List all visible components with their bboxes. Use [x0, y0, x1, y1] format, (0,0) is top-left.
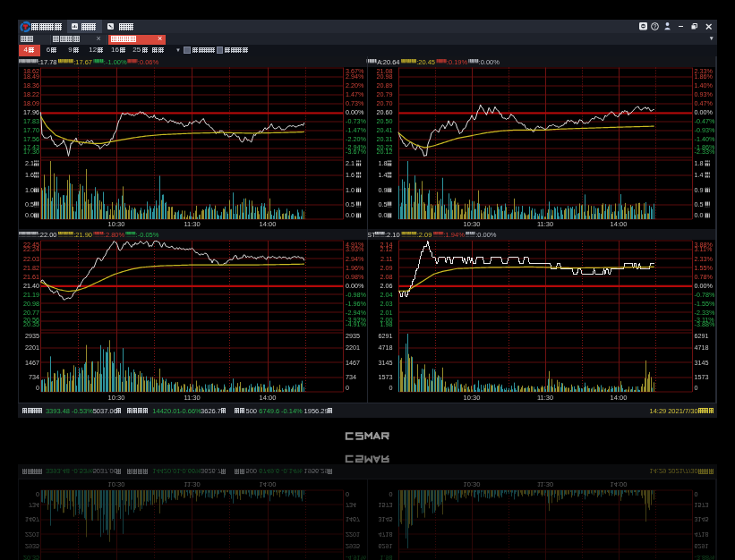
- svg-text:-0.93%: -0.93%: [695, 126, 715, 134]
- svg-text:0.00%: 0.00%: [346, 281, 364, 289]
- svg-text:11:30: 11:30: [184, 393, 200, 401]
- svg-text:0: 0: [695, 384, 698, 392]
- svg-text:14:00: 14:00: [260, 393, 277, 401]
- svg-text::17.78: :17.78: [38, 57, 57, 65]
- svg-text:20.98: 20.98: [377, 72, 393, 80]
- svg-text:-3.67%: -3.67%: [346, 147, 366, 155]
- svg-text::20.45: :20.45: [416, 57, 435, 65]
- svg-text:20.79: 20.79: [377, 90, 393, 98]
- svg-text:2.09: 2.09: [380, 263, 393, 271]
- svg-text::0.00%: :0.00%: [475, 230, 497, 238]
- svg-text:3.93%: 3.93%: [346, 245, 364, 253]
- svg-text:-0.78%: -0.78%: [695, 290, 715, 298]
- svg-text:0.00%: 0.00%: [346, 108, 364, 116]
- svg-text:6291: 6291: [695, 332, 709, 340]
- svg-text:18.09: 18.09: [23, 99, 39, 107]
- svg-text:1.40%: 1.40%: [695, 81, 714, 89]
- svg-text:14:00: 14:00: [611, 220, 628, 228]
- svg-text:20.50: 20.50: [377, 117, 393, 125]
- svg-text:21.40: 21.40: [23, 281, 39, 289]
- svg-text:2201: 2201: [25, 344, 39, 352]
- svg-text::21.90: :21.90: [73, 230, 92, 238]
- svg-text:20.41: 20.41: [377, 126, 393, 134]
- svg-text:21.61: 21.61: [23, 272, 39, 280]
- svg-text:-0.73%: -0.73%: [346, 117, 366, 125]
- svg-text:0.9: 0.9: [695, 185, 704, 193]
- svg-text:20.35: 20.35: [23, 320, 39, 328]
- svg-text:17.70: 17.70: [23, 126, 39, 134]
- svg-text:2.1: 2.1: [25, 159, 34, 167]
- svg-text:0.0: 0.0: [379, 211, 388, 219]
- svg-text:20.70: 20.70: [377, 99, 393, 107]
- svg-text:0.98%: 0.98%: [346, 272, 364, 280]
- svg-text:11:30: 11:30: [537, 220, 553, 228]
- svg-text:2.03: 2.03: [380, 299, 393, 307]
- svg-text::-0.05%: :-0.05%: [136, 230, 159, 238]
- svg-text:22.03: 22.03: [23, 254, 39, 262]
- svg-text:20.98: 20.98: [23, 299, 39, 307]
- svg-text:21.19: 21.19: [23, 290, 39, 298]
- svg-text:-3.88%: -3.88%: [695, 320, 715, 328]
- svg-text:0: 0: [389, 384, 393, 392]
- svg-text:1.4: 1.4: [379, 171, 388, 179]
- svg-text:0.5: 0.5: [346, 200, 355, 208]
- svg-text:20.89: 20.89: [377, 81, 393, 89]
- svg-text::2.80%: :2.80%: [104, 230, 125, 238]
- svg-text:-4.91%: -4.91%: [346, 320, 366, 328]
- svg-text:0.0: 0.0: [695, 211, 704, 219]
- svg-text:14:00: 14:00: [260, 220, 277, 228]
- svg-text:17.83: 17.83: [23, 117, 39, 125]
- svg-text:20.12: 20.12: [377, 147, 393, 155]
- svg-text:1.98: 1.98: [380, 320, 393, 328]
- svg-text:734: 734: [346, 373, 356, 381]
- svg-text:0.73%: 0.73%: [346, 99, 364, 107]
- svg-text:2935: 2935: [25, 332, 39, 340]
- svg-text:10:30: 10:30: [464, 393, 481, 401]
- svg-text::22.00: :22.00: [38, 230, 57, 238]
- svg-text:2.1: 2.1: [346, 159, 355, 167]
- svg-text:0.78%: 0.78%: [695, 272, 714, 280]
- svg-text:2201: 2201: [346, 344, 360, 352]
- svg-text::-1.00%: :-1.00%: [104, 57, 127, 65]
- svg-text:1.96%: 1.96%: [346, 263, 364, 271]
- svg-text:3.11%: 3.11%: [695, 245, 713, 253]
- svg-text:10:30: 10:30: [108, 393, 125, 401]
- svg-text:1.47%: 1.47%: [346, 90, 364, 98]
- svg-text:17.30: 17.30: [23, 147, 39, 155]
- svg-text:17.96: 17.96: [23, 108, 39, 116]
- svg-text:0.5: 0.5: [379, 200, 388, 208]
- svg-text::2.09: :2.09: [417, 230, 432, 238]
- svg-text:1.6: 1.6: [25, 171, 34, 179]
- svg-text:-0.47%: -0.47%: [695, 117, 715, 125]
- svg-text:2.06: 2.06: [380, 281, 393, 289]
- svg-text:2.12: 2.12: [380, 245, 393, 253]
- svg-text:20.60: 20.60: [377, 108, 393, 116]
- svg-text:0.0: 0.0: [346, 211, 355, 219]
- svg-text:1.86%: 1.86%: [695, 72, 714, 80]
- svg-text::0.19%: :0.19%: [447, 57, 468, 65]
- svg-text:10:30: 10:30: [108, 220, 125, 228]
- svg-text:1.0: 1.0: [346, 185, 355, 193]
- svg-text:18.36: 18.36: [23, 81, 39, 89]
- svg-text:1467: 1467: [25, 358, 39, 366]
- svg-text:1573: 1573: [695, 373, 709, 381]
- svg-text:0.9: 0.9: [379, 185, 388, 193]
- svg-text:1573: 1573: [379, 373, 393, 381]
- svg-text:0: 0: [346, 384, 349, 392]
- svg-text::2.10: :2.10: [385, 230, 400, 238]
- svg-text:10:30: 10:30: [464, 220, 481, 228]
- svg-text:0.47%: 0.47%: [695, 99, 714, 107]
- svg-text::1.94%: :1.94%: [444, 230, 466, 238]
- svg-text:0.5: 0.5: [25, 200, 34, 208]
- svg-text:2935: 2935: [346, 332, 360, 340]
- svg-text:2.20%: 2.20%: [346, 81, 364, 89]
- svg-text:-1.55%: -1.55%: [695, 299, 715, 307]
- svg-text:0.0: 0.0: [25, 211, 34, 219]
- svg-text:22.24: 22.24: [23, 245, 39, 253]
- svg-text:734: 734: [29, 373, 39, 381]
- svg-text:6291: 6291: [379, 332, 393, 340]
- svg-text::0.06%: :0.06%: [138, 57, 159, 65]
- svg-text:21.82: 21.82: [23, 263, 39, 271]
- svg-text:2.94%: 2.94%: [346, 254, 364, 262]
- svg-text:-1.96%: -1.96%: [346, 299, 366, 307]
